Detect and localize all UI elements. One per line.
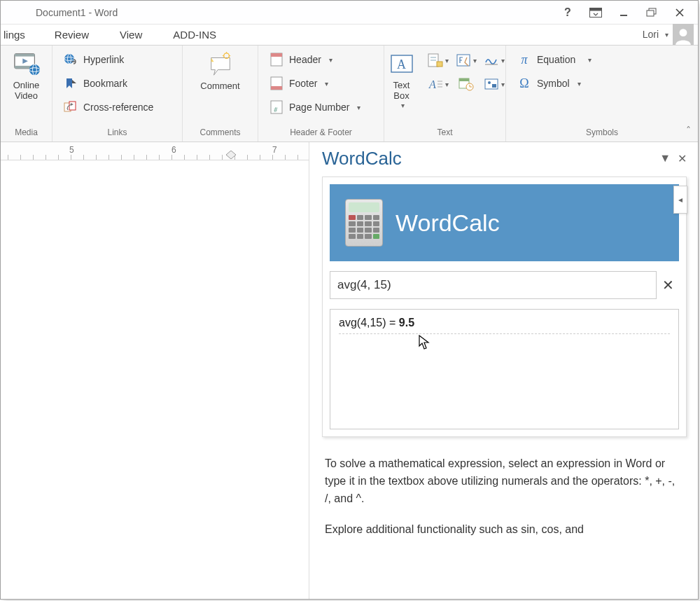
cross-reference-button[interactable]: Cross-reference — [61, 97, 174, 117]
svg-rect-28 — [271, 53, 282, 57]
quick-parts-button[interactable]: ▾ — [428, 51, 449, 69]
object-button[interactable]: ▾ — [484, 75, 505, 93]
text-box-icon: A — [388, 51, 415, 78]
svg-rect-38 — [437, 62, 442, 67]
bookmark-button[interactable]: Bookmark — [61, 74, 174, 93]
svg-point-51 — [488, 81, 491, 84]
pane-menu-caret-icon[interactable]: ▼ — [659, 152, 671, 165]
wordcalc-card: ◂ WordCalc ✕ — [322, 177, 687, 437]
svg-rect-39 — [457, 55, 470, 66]
title-bar: Document1 - Word ? — [1, 1, 698, 25]
user-name[interactable]: Lori — [643, 29, 659, 40]
restore-icon[interactable] — [638, 3, 666, 22]
date-time-button[interactable] — [456, 75, 477, 93]
dropdown-caret-icon: ▾ — [329, 56, 332, 64]
comment-icon — [207, 51, 234, 78]
svg-text:A: A — [397, 57, 406, 71]
ribbon-tabs: lings Review View ADD-INS Lori ▾ — [1, 25, 698, 46]
symbol-icon: Ω — [517, 76, 531, 90]
equation-button[interactable]: π Equation ▾ — [514, 50, 690, 69]
clear-expression-icon[interactable]: ✕ — [657, 277, 679, 293]
user-avatar-icon[interactable] — [673, 24, 694, 45]
expression-input[interactable] — [330, 271, 657, 299]
collapse-ribbon-icon[interactable]: ˄ — [686, 125, 691, 136]
help-icon[interactable]: ? — [554, 3, 582, 22]
group-headerfooter-label: Header & Footer — [267, 127, 375, 140]
help-paragraph-2: Explore additional functionality such as… — [325, 521, 684, 539]
svg-rect-52 — [492, 84, 496, 88]
hyperlink-icon — [64, 53, 78, 67]
drop-cap-button[interactable]: A ▾ — [428, 75, 449, 93]
online-video-button[interactable]: Online Video — [5, 50, 48, 102]
page-number-button[interactable]: # Page Number ▾ — [267, 97, 375, 117]
bookmark-icon — [64, 76, 78, 90]
wordart-button[interactable]: ▾ — [456, 51, 477, 69]
group-links-label: Links — [61, 127, 174, 140]
side-tab-icon[interactable]: ◂ — [673, 186, 687, 214]
dropdown-caret-icon: ▾ — [401, 102, 405, 109]
dropdown-caret-icon: ▾ — [588, 56, 592, 64]
signature-line-button[interactable]: ▾ — [484, 51, 505, 69]
tab-view[interactable]: View — [104, 25, 158, 45]
tab-addins[interactable]: ADD-INS — [158, 25, 232, 45]
document-area[interactable]: 5 6 7 — [1, 142, 309, 599]
dropdown-caret-icon: ▾ — [357, 104, 360, 111]
tab-partial[interactable]: lings — [1, 25, 39, 45]
online-video-icon — [13, 51, 40, 78]
svg-rect-30 — [271, 86, 282, 90]
svg-marker-19 — [72, 80, 76, 83]
result-value: 9.5 — [399, 317, 414, 329]
wordcalc-header-title: WordCalc — [396, 209, 500, 237]
comment-button[interactable]: Comment — [192, 50, 248, 91]
dropdown-caret-icon: ▾ — [325, 80, 328, 88]
hyperlink-button[interactable]: Hyperlink — [61, 50, 174, 69]
svg-rect-4 — [647, 11, 654, 16]
ribbon: Online Video Media Hyperlink — [1, 46, 698, 142]
pane-close-icon[interactable]: ✕ — [678, 152, 687, 165]
close-icon[interactable] — [666, 3, 694, 22]
cross-reference-icon — [64, 100, 78, 114]
svg-point-13 — [29, 64, 39, 75]
svg-point-16 — [64, 54, 74, 64]
task-pane: WordCalc ▼ ✕ ◂ — [309, 142, 698, 599]
svg-rect-21 — [69, 102, 76, 110]
dropdown-caret-icon: ▾ — [578, 80, 581, 88]
horizontal-ruler[interactable]: 5 6 7 — [1, 142, 309, 160]
group-text-label: Text — [393, 127, 497, 140]
symbol-button[interactable]: Ω Symbol ▾ — [514, 74, 690, 93]
help-paragraph-1: To solve a mathematical expression, sele… — [325, 455, 684, 507]
svg-rect-1 — [590, 8, 602, 11]
svg-marker-53 — [226, 151, 236, 159]
svg-point-7 — [680, 29, 687, 36]
user-menu-caret[interactable]: ▾ — [665, 31, 668, 39]
cursor-icon — [419, 335, 431, 350]
result-box: avg(4,15) = 9.5 — [330, 309, 679, 429]
ribbon-display-options-icon[interactable] — [582, 3, 610, 22]
tab-review[interactable]: Review — [39, 25, 104, 45]
wordcalc-header: WordCalc — [330, 184, 679, 261]
equation-icon: π — [517, 53, 531, 67]
calculator-icon — [345, 199, 383, 247]
footer-icon — [270, 76, 284, 90]
text-box-button[interactable]: A Text Box ▾ — [385, 50, 419, 109]
group-comments-label: Comments — [191, 127, 249, 140]
svg-text:#: # — [274, 106, 278, 113]
header-button[interactable]: Header ▾ — [267, 50, 375, 69]
minimize-icon[interactable] — [610, 3, 638, 22]
group-symbols-label: Symbols — [514, 127, 690, 140]
page-number-icon: # — [270, 100, 284, 114]
svg-rect-10 — [14, 54, 34, 57]
footer-button[interactable]: Footer ▾ — [267, 74, 375, 93]
result-prefix: avg(4,15) = — [339, 317, 399, 329]
task-pane-title: WordCalc — [322, 148, 402, 170]
header-icon — [270, 53, 284, 67]
indent-marker-icon[interactable] — [226, 151, 236, 159]
group-media-label: Media — [9, 127, 43, 140]
svg-rect-46 — [459, 78, 469, 81]
window-title: Document1 - Word — [36, 7, 118, 18]
svg-text:A: A — [428, 78, 436, 90]
